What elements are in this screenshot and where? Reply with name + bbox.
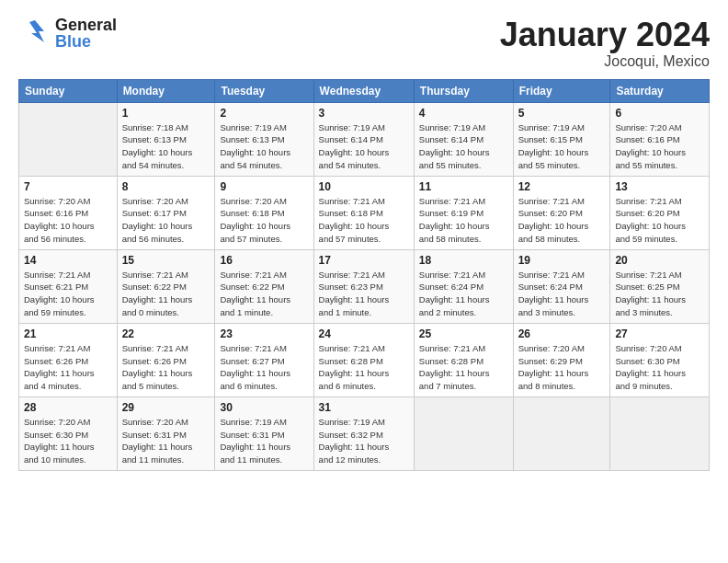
week-row-5: 28Sunrise: 7:20 AM Sunset: 6:30 PM Dayli… bbox=[19, 396, 710, 470]
title-block: January 2024 Jocoqui, Mexico bbox=[500, 17, 710, 70]
day-info: Sunrise: 7:20 AM Sunset: 6:31 PM Dayligh… bbox=[122, 416, 210, 466]
day-cell: 19Sunrise: 7:21 AM Sunset: 6:24 PM Dayli… bbox=[513, 249, 610, 323]
day-info: Sunrise: 7:21 AM Sunset: 6:28 PM Dayligh… bbox=[419, 342, 508, 393]
logo-icon bbox=[18, 17, 51, 50]
week-row-2: 7Sunrise: 7:20 AM Sunset: 6:16 PM Daylig… bbox=[19, 176, 710, 249]
day-number: 13 bbox=[615, 180, 704, 193]
day-info: Sunrise: 7:20 AM Sunset: 6:30 PM Dayligh… bbox=[615, 342, 704, 393]
day-number: 23 bbox=[220, 327, 308, 340]
day-cell: 29Sunrise: 7:20 AM Sunset: 6:31 PM Dayli… bbox=[117, 396, 215, 470]
day-info: Sunrise: 7:19 AM Sunset: 6:13 PM Dayligh… bbox=[220, 121, 308, 172]
day-cell: 24Sunrise: 7:21 AM Sunset: 6:28 PM Dayli… bbox=[313, 323, 414, 396]
day-number: 11 bbox=[419, 180, 508, 193]
day-info: Sunrise: 7:21 AM Sunset: 6:23 PM Dayligh… bbox=[319, 269, 409, 319]
day-info: Sunrise: 7:21 AM Sunset: 6:24 PM Dayligh… bbox=[518, 269, 606, 319]
week-row-1: 1Sunrise: 7:18 AM Sunset: 6:13 PM Daylig… bbox=[19, 102, 710, 176]
day-cell: 23Sunrise: 7:21 AM Sunset: 6:27 PM Dayli… bbox=[215, 323, 313, 396]
day-info: Sunrise: 7:20 AM Sunset: 6:16 PM Dayligh… bbox=[24, 195, 112, 246]
day-cell: 1Sunrise: 7:18 AM Sunset: 6:13 PM Daylig… bbox=[117, 102, 215, 176]
day-cell: 17Sunrise: 7:21 AM Sunset: 6:23 PM Dayli… bbox=[313, 249, 414, 323]
day-cell: 22Sunrise: 7:21 AM Sunset: 6:26 PM Dayli… bbox=[117, 323, 215, 396]
day-number: 6 bbox=[615, 107, 704, 120]
day-info: Sunrise: 7:21 AM Sunset: 6:24 PM Dayligh… bbox=[419, 269, 508, 319]
day-cell: 14Sunrise: 7:21 AM Sunset: 6:21 PM Dayli… bbox=[19, 249, 118, 323]
day-info: Sunrise: 7:20 AM Sunset: 6:16 PM Dayligh… bbox=[615, 121, 704, 172]
day-cell: 28Sunrise: 7:20 AM Sunset: 6:30 PM Dayli… bbox=[19, 396, 118, 470]
svg-marker-0 bbox=[29, 20, 44, 42]
day-cell: 15Sunrise: 7:21 AM Sunset: 6:22 PM Dayli… bbox=[117, 249, 215, 323]
col-sunday: Sunday bbox=[19, 79, 118, 102]
day-number: 29 bbox=[122, 401, 210, 414]
day-cell: 8Sunrise: 7:20 AM Sunset: 6:17 PM Daylig… bbox=[117, 176, 215, 249]
day-info: Sunrise: 7:20 AM Sunset: 6:17 PM Dayligh… bbox=[122, 195, 210, 246]
day-info: Sunrise: 7:21 AM Sunset: 6:22 PM Dayligh… bbox=[122, 269, 210, 319]
day-cell: 4Sunrise: 7:19 AM Sunset: 6:14 PM Daylig… bbox=[414, 102, 513, 176]
logo-label: General Blue bbox=[55, 17, 117, 50]
day-number: 22 bbox=[122, 327, 210, 340]
logo-blue-text: Blue bbox=[55, 33, 117, 50]
day-number: 31 bbox=[319, 401, 409, 414]
day-number: 19 bbox=[518, 254, 606, 267]
day-cell: 3Sunrise: 7:19 AM Sunset: 6:14 PM Daylig… bbox=[313, 102, 414, 176]
day-cell: 13Sunrise: 7:21 AM Sunset: 6:20 PM Dayli… bbox=[610, 176, 710, 249]
day-info: Sunrise: 7:21 AM Sunset: 6:19 PM Dayligh… bbox=[419, 195, 508, 246]
day-info: Sunrise: 7:21 AM Sunset: 6:26 PM Dayligh… bbox=[24, 342, 112, 393]
day-number: 15 bbox=[122, 254, 210, 267]
day-number: 17 bbox=[319, 254, 409, 267]
day-cell: 18Sunrise: 7:21 AM Sunset: 6:24 PM Dayli… bbox=[414, 249, 513, 323]
day-info: Sunrise: 7:19 AM Sunset: 6:14 PM Dayligh… bbox=[319, 121, 409, 172]
day-cell: 7Sunrise: 7:20 AM Sunset: 6:16 PM Daylig… bbox=[19, 176, 118, 249]
col-saturday: Saturday bbox=[610, 79, 710, 102]
day-cell: 6Sunrise: 7:20 AM Sunset: 6:16 PM Daylig… bbox=[610, 102, 710, 176]
day-number: 10 bbox=[319, 180, 409, 193]
month-title: January 2024 bbox=[500, 17, 710, 53]
day-cell: 27Sunrise: 7:20 AM Sunset: 6:30 PM Dayli… bbox=[610, 323, 710, 396]
day-cell: 21Sunrise: 7:21 AM Sunset: 6:26 PM Dayli… bbox=[19, 323, 118, 396]
day-number: 26 bbox=[518, 327, 606, 340]
calendar-table: Sunday Monday Tuesday Wednesday Thursday… bbox=[18, 79, 710, 471]
col-tuesday: Tuesday bbox=[215, 79, 313, 102]
day-info: Sunrise: 7:20 AM Sunset: 6:18 PM Dayligh… bbox=[220, 195, 308, 246]
day-cell: 16Sunrise: 7:21 AM Sunset: 6:22 PM Dayli… bbox=[215, 249, 313, 323]
day-cell: 9Sunrise: 7:20 AM Sunset: 6:18 PM Daylig… bbox=[215, 176, 313, 249]
day-info: Sunrise: 7:21 AM Sunset: 6:27 PM Dayligh… bbox=[220, 342, 308, 393]
day-number: 1 bbox=[122, 107, 210, 120]
day-number: 25 bbox=[419, 327, 508, 340]
day-number: 4 bbox=[419, 107, 508, 120]
day-cell: 26Sunrise: 7:20 AM Sunset: 6:29 PM Dayli… bbox=[513, 323, 610, 396]
day-cell: 12Sunrise: 7:21 AM Sunset: 6:20 PM Dayli… bbox=[513, 176, 610, 249]
day-cell: 5Sunrise: 7:19 AM Sunset: 6:15 PM Daylig… bbox=[513, 102, 610, 176]
logo-general-text: General bbox=[55, 17, 117, 33]
day-info: Sunrise: 7:20 AM Sunset: 6:29 PM Dayligh… bbox=[518, 342, 606, 393]
header: General Blue January 2024 Jocoqui, Mexic… bbox=[18, 17, 710, 70]
day-number: 20 bbox=[615, 254, 704, 267]
day-info: Sunrise: 7:19 AM Sunset: 6:31 PM Dayligh… bbox=[220, 416, 308, 466]
day-cell bbox=[414, 396, 513, 470]
location-title: Jocoqui, Mexico bbox=[500, 53, 710, 70]
day-cell: 30Sunrise: 7:19 AM Sunset: 6:31 PM Dayli… bbox=[215, 396, 313, 470]
day-number: 24 bbox=[319, 327, 409, 340]
day-number: 3 bbox=[319, 107, 409, 120]
day-cell: 31Sunrise: 7:19 AM Sunset: 6:32 PM Dayli… bbox=[313, 396, 414, 470]
calendar-body: 1Sunrise: 7:18 AM Sunset: 6:13 PM Daylig… bbox=[19, 102, 710, 470]
col-wednesday: Wednesday bbox=[313, 79, 414, 102]
day-number: 14 bbox=[24, 254, 112, 267]
day-number: 16 bbox=[220, 254, 308, 267]
day-number: 28 bbox=[24, 401, 112, 414]
day-number: 8 bbox=[122, 180, 210, 193]
day-cell: 10Sunrise: 7:21 AM Sunset: 6:18 PM Dayli… bbox=[313, 176, 414, 249]
week-row-4: 21Sunrise: 7:21 AM Sunset: 6:26 PM Dayli… bbox=[19, 323, 710, 396]
day-number: 30 bbox=[220, 401, 308, 414]
day-info: Sunrise: 7:21 AM Sunset: 6:18 PM Dayligh… bbox=[319, 195, 409, 246]
day-info: Sunrise: 7:21 AM Sunset: 6:28 PM Dayligh… bbox=[319, 342, 409, 393]
day-info: Sunrise: 7:19 AM Sunset: 6:14 PM Dayligh… bbox=[419, 121, 508, 172]
week-row-3: 14Sunrise: 7:21 AM Sunset: 6:21 PM Dayli… bbox=[19, 249, 710, 323]
day-info: Sunrise: 7:19 AM Sunset: 6:32 PM Dayligh… bbox=[319, 416, 409, 466]
day-number: 21 bbox=[24, 327, 112, 340]
day-number: 7 bbox=[24, 180, 112, 193]
day-cell: 11Sunrise: 7:21 AM Sunset: 6:19 PM Dayli… bbox=[414, 176, 513, 249]
day-info: Sunrise: 7:20 AM Sunset: 6:30 PM Dayligh… bbox=[24, 416, 112, 466]
day-number: 5 bbox=[518, 107, 606, 120]
day-info: Sunrise: 7:21 AM Sunset: 6:21 PM Dayligh… bbox=[24, 269, 112, 319]
calendar-page: General Blue January 2024 Jocoqui, Mexic… bbox=[0, 0, 728, 480]
